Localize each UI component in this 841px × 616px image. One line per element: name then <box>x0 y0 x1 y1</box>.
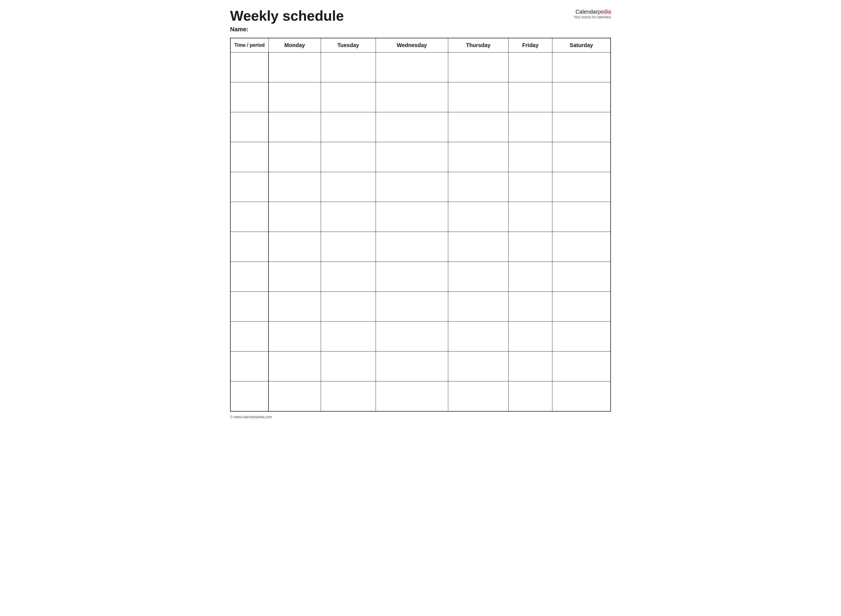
schedule-cell[interactable] <box>269 292 321 321</box>
time-cell[interactable] <box>230 262 269 292</box>
schedule-cell[interactable] <box>448 82 509 112</box>
schedule-cell[interactable] <box>552 142 611 172</box>
table-row <box>230 112 611 142</box>
name-label: Name: <box>230 26 248 32</box>
schedule-cell[interactable] <box>509 53 552 82</box>
schedule-cell[interactable] <box>448 53 509 82</box>
schedule-cell[interactable] <box>376 232 448 262</box>
time-cell[interactable] <box>230 142 269 172</box>
schedule-cell[interactable] <box>376 352 448 381</box>
schedule-cell[interactable] <box>552 352 611 381</box>
schedule-cell[interactable] <box>448 142 509 172</box>
time-cell[interactable] <box>230 292 269 321</box>
time-cell[interactable] <box>230 202 269 232</box>
schedule-cell[interactable] <box>509 202 552 232</box>
schedule-cell[interactable] <box>269 142 321 172</box>
table-row <box>230 292 611 321</box>
schedule-cell[interactable] <box>552 53 611 82</box>
schedule-cell[interactable] <box>376 381 448 411</box>
schedule-cell[interactable] <box>552 172 611 202</box>
schedule-cell[interactable] <box>376 262 448 292</box>
table-row <box>230 381 611 411</box>
table-row <box>230 142 611 172</box>
table-row <box>230 202 611 232</box>
schedule-cell[interactable] <box>376 82 448 112</box>
schedule-cell[interactable] <box>376 321 448 352</box>
schedule-cell[interactable] <box>509 82 552 112</box>
schedule-cell[interactable] <box>509 112 552 142</box>
schedule-table: Time / period Monday Tuesday Wednesday T… <box>230 38 611 412</box>
schedule-cell[interactable] <box>376 202 448 232</box>
schedule-cell[interactable] <box>321 82 376 112</box>
time-cell[interactable] <box>230 321 269 352</box>
table-row <box>230 262 611 292</box>
schedule-cell[interactable] <box>376 172 448 202</box>
schedule-cell[interactable] <box>509 232 552 262</box>
schedule-cell[interactable] <box>269 321 321 352</box>
schedule-cell[interactable] <box>552 381 611 411</box>
header-row: Weekly schedule Calendarpedia Your sourc… <box>230 8 611 23</box>
schedule-cell[interactable] <box>321 262 376 292</box>
schedule-cell[interactable] <box>321 202 376 232</box>
time-cell[interactable] <box>230 172 269 202</box>
schedule-cell[interactable] <box>269 232 321 262</box>
schedule-cell[interactable] <box>448 292 509 321</box>
schedule-cell[interactable] <box>269 172 321 202</box>
schedule-cell[interactable] <box>552 232 611 262</box>
schedule-cell[interactable] <box>552 292 611 321</box>
schedule-cell[interactable] <box>321 381 376 411</box>
schedule-cell[interactable] <box>509 292 552 321</box>
schedule-cell[interactable] <box>509 142 552 172</box>
table-header-row: Time / period Monday Tuesday Wednesday T… <box>230 38 611 53</box>
logo-red: pedia <box>598 9 611 15</box>
schedule-cell[interactable] <box>269 53 321 82</box>
schedule-cell[interactable] <box>376 292 448 321</box>
schedule-cell[interactable] <box>269 352 321 381</box>
schedule-cell[interactable] <box>321 321 376 352</box>
page-title: Weekly schedule <box>230 8 344 23</box>
schedule-cell[interactable] <box>552 82 611 112</box>
schedule-cell[interactable] <box>269 202 321 232</box>
schedule-cell[interactable] <box>269 262 321 292</box>
schedule-cell[interactable] <box>321 142 376 172</box>
schedule-cell[interactable] <box>269 112 321 142</box>
schedule-cell[interactable] <box>321 352 376 381</box>
footer-text: © www.calendarpedia.com <box>230 415 272 419</box>
time-cell[interactable] <box>230 53 269 82</box>
schedule-cell[interactable] <box>448 202 509 232</box>
schedule-cell[interactable] <box>448 232 509 262</box>
schedule-cell[interactable] <box>321 172 376 202</box>
schedule-cell[interactable] <box>448 381 509 411</box>
schedule-cell[interactable] <box>448 321 509 352</box>
time-cell[interactable] <box>230 352 269 381</box>
schedule-cell[interactable] <box>269 381 321 411</box>
schedule-cell[interactable] <box>321 53 376 82</box>
schedule-cell[interactable] <box>376 112 448 142</box>
table-row <box>230 352 611 381</box>
schedule-cell[interactable] <box>321 112 376 142</box>
time-cell[interactable] <box>230 381 269 411</box>
logo-text: Calendarpedia <box>574 8 611 15</box>
schedule-cell[interactable] <box>509 321 552 352</box>
schedule-cell[interactable] <box>509 381 552 411</box>
schedule-cell[interactable] <box>509 352 552 381</box>
schedule-cell[interactable] <box>321 232 376 262</box>
time-cell[interactable] <box>230 232 269 262</box>
time-cell[interactable] <box>230 82 269 112</box>
schedule-cell[interactable] <box>552 321 611 352</box>
schedule-cell[interactable] <box>509 262 552 292</box>
schedule-cell[interactable] <box>269 82 321 112</box>
schedule-cell[interactable] <box>321 292 376 321</box>
schedule-cell[interactable] <box>552 262 611 292</box>
schedule-cell[interactable] <box>376 53 448 82</box>
schedule-cell[interactable] <box>448 352 509 381</box>
schedule-cell[interactable] <box>376 142 448 172</box>
table-row <box>230 82 611 112</box>
schedule-cell[interactable] <box>552 202 611 232</box>
schedule-cell[interactable] <box>448 172 509 202</box>
schedule-cell[interactable] <box>509 172 552 202</box>
schedule-cell[interactable] <box>552 112 611 142</box>
schedule-cell[interactable] <box>448 262 509 292</box>
time-cell[interactable] <box>230 112 269 142</box>
schedule-cell[interactable] <box>448 112 509 142</box>
